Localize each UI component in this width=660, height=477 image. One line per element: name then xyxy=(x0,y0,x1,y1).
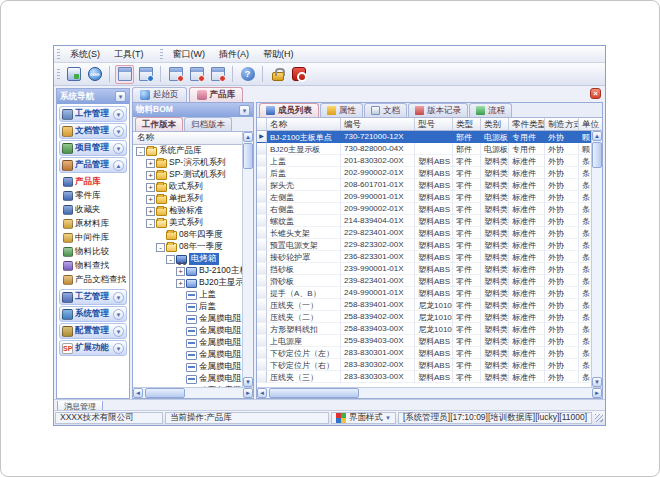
window-folder-button[interactable] xyxy=(115,65,134,84)
sidebar-item-中间件库[interactable]: 中间件库 xyxy=(63,231,127,245)
row-selector[interactable] xyxy=(257,179,267,191)
chevron-down-icon[interactable]: ▼ xyxy=(113,309,124,320)
column-header-型号[interactable]: 型号 xyxy=(415,118,453,130)
collapse-icon[interactable]: - xyxy=(146,219,155,228)
expand-icon[interactable]: + xyxy=(146,171,155,180)
scrollbar-thumb[interactable] xyxy=(243,143,253,169)
menu-item-1[interactable]: 系统(S) xyxy=(63,46,107,63)
scroll-up-icon[interactable]: ▲ xyxy=(243,132,253,142)
sidebar-item-产品库[interactable]: 产品库 xyxy=(63,175,127,189)
row-selector[interactable] xyxy=(257,311,267,323)
sidebar-group-配置管理[interactable]: 配置管理▼ xyxy=(59,323,127,339)
row-selector[interactable] xyxy=(257,203,267,215)
toolbar-grip[interactable] xyxy=(160,49,163,60)
tree-node[interactable]: 08年四季度 xyxy=(133,229,242,241)
table-row[interactable]: 挡砂板239-990001-01X塑料ABS零件塑料类标准件外协条 xyxy=(257,263,591,275)
menu-item-4[interactable]: 插件(A) xyxy=(212,46,256,63)
table-row[interactable]: 滑砂板239-823401-00X塑料ABS零件塑料类标准件外协条 xyxy=(257,275,591,287)
table-row[interactable]: 螺纹盖214-839404-01X塑料ABS零件塑料类标准件外协条 xyxy=(257,215,591,227)
table-row[interactable]: 长锥头支架229-823401-00X塑料ABS零件塑料类标准件外协条 xyxy=(257,227,591,239)
tree-node[interactable]: 金属膜电阻器 xyxy=(133,373,242,385)
row-selector[interactable] xyxy=(257,263,267,275)
table-row[interactable]: 上电源座259-839403-00X塑料ABS零件塑料类标准件外协条 xyxy=(257,335,591,347)
expand-icon[interactable]: + xyxy=(176,279,185,288)
column-header-单位[interactable]: 单位 xyxy=(579,118,602,130)
tree-node[interactable]: 金属膜电阻器 xyxy=(133,325,242,337)
column-header-名称[interactable]: 名称 xyxy=(267,118,341,130)
table-row[interactable]: ▶BJ-2100主板单点730-721000-12X部件电源板专用件外协颗 xyxy=(257,131,591,143)
scrollbar-thumb[interactable] xyxy=(592,142,602,168)
sidebar-group-工作管理[interactable]: 工作管理▼ xyxy=(59,106,127,122)
menu-item-2[interactable]: 工具(T) xyxy=(107,46,151,63)
sidebar-item-物料比较[interactable]: 物料比较 xyxy=(63,245,127,259)
expand-icon[interactable]: + xyxy=(146,183,155,192)
member-tab-流程[interactable]: 流程 xyxy=(469,103,512,117)
collapse-icon[interactable]: - xyxy=(166,255,175,264)
bom-tab-归档版本[interactable]: 归档版本 xyxy=(184,117,232,131)
menu-item-5[interactable]: 帮助(H) xyxy=(256,46,301,63)
tree-node[interactable]: 金属膜电阻器 xyxy=(133,349,242,361)
tree-node[interactable]: +单把系列 xyxy=(133,193,242,205)
row-selector[interactable] xyxy=(257,359,267,371)
column-header-编号[interactable]: 编号 xyxy=(341,118,415,130)
table-row[interactable]: 探头壳208-601701-01X塑料ABS零件塑料类标准件外协条 xyxy=(257,179,591,191)
column-header-类型[interactable]: 类型 xyxy=(453,118,481,130)
chevron-down-icon[interactable]: ▼ xyxy=(113,292,124,303)
tree-node[interactable]: +BJ-2100主板单点 xyxy=(133,265,242,277)
scroll-down-icon[interactable]: ▼ xyxy=(592,377,602,387)
table-row[interactable]: BJ20主显示板730-828000-04X部件电源板专用件外协颗 xyxy=(257,143,591,155)
sidebar-group-项目管理[interactable]: 项目管理▼ xyxy=(59,140,127,156)
chevron-down-icon[interactable]: ▼ xyxy=(113,109,124,120)
table-row[interactable]: 方形塑料线扣258-839403-00X尼龙1010零件塑料类标准件外协条 xyxy=(257,323,591,335)
scrollbar-thumb[interactable] xyxy=(269,388,359,398)
tree-node[interactable]: 上盖 xyxy=(133,289,242,301)
resize-grip[interactable] xyxy=(595,414,603,422)
chevron-down-icon[interactable]: ▼ xyxy=(113,126,124,137)
tree-node[interactable]: -08年一季度 xyxy=(133,241,242,253)
row-selector[interactable] xyxy=(257,299,267,311)
window-close-button[interactable] xyxy=(166,65,185,84)
column-header-类别[interactable]: 类别 xyxy=(481,118,509,130)
row-selector[interactable]: ▶ xyxy=(257,131,267,143)
row-selector[interactable] xyxy=(257,155,267,167)
sidebar-group-系统管理[interactable]: 系统管理▼ xyxy=(59,306,127,322)
tree-node[interactable]: 金属膜电阻器 xyxy=(133,313,242,325)
tree-node[interactable]: +检验标准 xyxy=(133,205,242,217)
scroll-right-icon[interactable]: ► xyxy=(592,388,602,398)
collapse-icon[interactable]: - xyxy=(156,243,165,252)
table-row[interactable]: 提手（A、B）249-990001-01X塑料ABS零件塑料类标准件外协条 xyxy=(257,287,591,299)
row-selector[interactable] xyxy=(257,227,267,239)
table-row[interactable]: 上盖201-830302-00X塑料ABS零件塑料类标准件外协条 xyxy=(257,155,591,167)
window-list-button[interactable] xyxy=(136,65,155,84)
sidebar-item-零件库[interactable]: 零件库 xyxy=(63,189,127,203)
sidebar-collapse-button[interactable]: ▾ xyxy=(115,91,126,102)
table-horizontal-scrollbar[interactable]: ◄ ► xyxy=(257,387,602,398)
scroll-right-icon[interactable]: ► xyxy=(243,388,253,398)
chevron-up-icon[interactable]: ▲ xyxy=(113,160,124,171)
sidebar-group-扩展功能[interactable]: SP扩展功能▼ xyxy=(59,340,127,356)
collapse-icon[interactable]: - xyxy=(136,147,145,156)
tree-node[interactable]: -美式系列 xyxy=(133,217,242,229)
row-selector[interactable] xyxy=(257,143,267,155)
scroll-left-icon[interactable]: ◄ xyxy=(257,388,267,398)
tree-horizontal-scrollbar[interactable]: ◄ ► xyxy=(133,387,253,398)
row-selector[interactable] xyxy=(257,191,267,203)
chevron-down-icon[interactable]: ▼ xyxy=(113,143,124,154)
toolbar-grip[interactable] xyxy=(57,49,60,60)
monitor-button[interactable] xyxy=(64,65,83,84)
sidebar-item-物料查找[interactable]: 物料查找 xyxy=(63,259,127,273)
row-selector[interactable] xyxy=(257,215,267,227)
table-row[interactable]: 压线夹（一）258-839401-00X尼龙1010零件塑料类标准件外协条 xyxy=(257,299,591,311)
ui-style-selector[interactable]: 界面样式 ▼ xyxy=(331,412,396,424)
member-tab-文档[interactable]: 文档 xyxy=(364,103,407,117)
table-row[interactable]: 下砂定位片（左）283-830301-00X塑料ABS零件塑料类标准件外协条 xyxy=(257,347,591,359)
doc-tab-起始页[interactable]: 起始页 xyxy=(132,87,187,102)
tree-node[interactable]: +欧式系列 xyxy=(133,181,242,193)
bom-tab-工作版本[interactable]: 工作版本 xyxy=(135,117,183,131)
table-row[interactable]: 右侧盖209-990002-01X塑料ABS零件塑料类标准件外协条 xyxy=(257,203,591,215)
table-row[interactable]: 预置电源支架229-823302-00X塑料ABS零件塑料类标准件外协条 xyxy=(257,239,591,251)
chevron-down-icon[interactable]: ▼ xyxy=(113,343,124,354)
tree-node[interactable]: 后盖 xyxy=(133,301,242,313)
menu-item-3[interactable]: 窗口(W) xyxy=(166,46,213,63)
window-refresh-button[interactable] xyxy=(208,65,227,84)
